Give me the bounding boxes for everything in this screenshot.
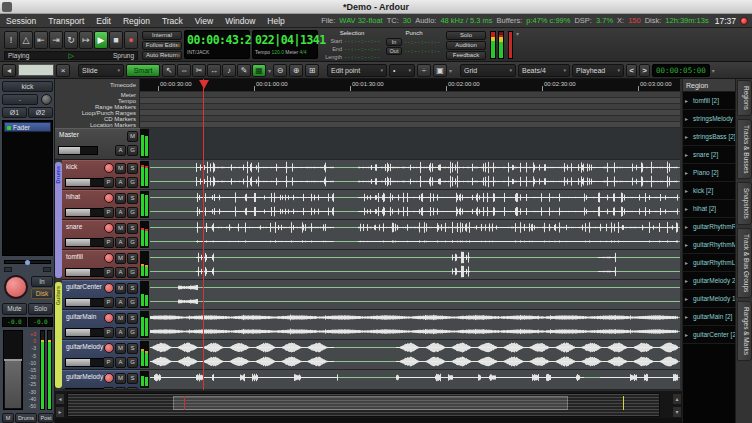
expand-triangle-icon[interactable]: ▸ [685, 308, 688, 326]
expand-triangle-icon[interactable]: ▸ [685, 236, 688, 254]
group-button[interactable]: Drums [15, 413, 37, 423]
track-header-guitarcenter[interactable]: guitarCenterMSPAG [62, 280, 140, 310]
mixer-input-button[interactable]: - [2, 94, 38, 105]
playhead-marker[interactable] [199, 80, 209, 89]
region-item-guitarmain-2[interactable]: ▸guitarMain [2] [683, 308, 735, 326]
p-button[interactable]: P [103, 237, 114, 248]
fader-handle[interactable] [4, 359, 22, 361]
phase-2-button[interactable]: Ø2 [28, 107, 53, 118]
track-fader[interactable] [65, 358, 105, 367]
expand-triangle-icon[interactable]: ▸ [685, 290, 688, 308]
track-fader[interactable] [65, 268, 105, 277]
edit-group-select[interactable]: •▾ [389, 64, 415, 77]
record-indicator-icon[interactable] [740, 17, 748, 25]
region-item-hihat-2[interactable]: ▸hihat [2] [683, 200, 735, 218]
g-button[interactable]: G [127, 297, 138, 308]
region-item-guitarmelody-1-2[interactable]: ▸guitarMelody 1 [2] [683, 290, 735, 308]
menu-region[interactable]: Region [117, 14, 156, 28]
midi-button[interactable]: M [2, 413, 14, 423]
summary-scroll-left-button[interactable]: ◂ [55, 393, 65, 405]
record-enable-button[interactable] [104, 313, 114, 323]
record-enable-button[interactable] [104, 193, 114, 203]
edit-point-select[interactable]: Edit point▾ [327, 64, 387, 77]
tab-ranges-marks[interactable]: Ranges & Marks [737, 301, 752, 361]
a-button[interactable]: A [115, 357, 126, 368]
record-enable-button[interactable] [104, 223, 114, 233]
tool-caret[interactable]: ▾ [268, 67, 271, 74]
summary-scroll-right-button[interactable]: ▸ [55, 406, 65, 418]
expand-triangle-icon[interactable]: ▸ [685, 128, 688, 146]
zoom-in-button[interactable]: ⊕ [289, 64, 303, 77]
m-button[interactable]: M [115, 223, 126, 234]
pan-handle[interactable] [25, 260, 30, 265]
expand-triangle-icon[interactable]: ▸ [685, 164, 688, 182]
expand-triangle-icon[interactable]: ▸ [685, 200, 688, 218]
expand-triangle-icon[interactable]: ▸ [685, 272, 688, 290]
follow-edits-button[interactable]: Follow Edits [142, 41, 182, 50]
record-enable-button[interactable] [104, 373, 114, 383]
s-button[interactable]: S [127, 313, 138, 324]
summary-viewport[interactable] [173, 396, 568, 410]
menu-transport[interactable]: Transport [42, 14, 90, 28]
solo-button[interactable]: Solo [28, 303, 53, 315]
m-button[interactable]: M [115, 163, 126, 174]
gain-fader[interactable] [3, 330, 23, 410]
region-item-guitarrhythmleft-2[interactable]: ▸guitarRhythmLeft [2] [683, 254, 735, 272]
grid-type-select[interactable]: Beats/4▾ [518, 64, 570, 77]
track-header-tomfill[interactable]: tomfillMSPAG [62, 250, 140, 280]
p-button[interactable]: P [103, 297, 114, 308]
p-button[interactable]: P [103, 177, 114, 188]
expand-triangle-icon[interactable]: ▸ [685, 218, 688, 236]
g-button[interactable]: G [127, 237, 138, 248]
peak-display[interactable]: -0.0 [28, 317, 53, 327]
play-range-button[interactable]: ↦ [79, 31, 93, 49]
a-button[interactable]: A [115, 237, 126, 248]
s-button[interactable]: S [127, 163, 138, 174]
nudge-caret[interactable]: ▾ [712, 67, 715, 74]
track-header-guitarmelody-2[interactable]: guitarMelody 2MSPAG [62, 370, 140, 390]
close-mixer-button[interactable]: × [56, 64, 70, 77]
p-button[interactable]: P [103, 267, 114, 278]
g-button[interactable]: G [127, 267, 138, 278]
a-button[interactable]: A [115, 267, 126, 278]
region-item-guitarmelody-2-2[interactable]: ▸guitarMelody 2 [2] [683, 272, 735, 290]
punch-in-value[interactable]: --:--:--:-- [404, 38, 440, 46]
region-item-guitarrhythmright-2[interactable]: ▸guitarRhythmRight [2] [683, 218, 735, 236]
phase-1-button[interactable]: Ø1 [2, 107, 27, 118]
punch-out-value[interactable]: --:--:--:-- [404, 47, 440, 55]
group-strip-drums[interactable]: Drums [55, 162, 62, 278]
nudge-forward-button[interactable]: > [639, 64, 650, 77]
expand-triangle-icon[interactable]: ▸ [685, 326, 688, 344]
s-button[interactable]: S [127, 283, 138, 294]
expand-triangle-icon[interactable]: ▸ [685, 92, 688, 110]
a-button[interactable]: A [115, 145, 126, 156]
secondary-clock[interactable]: 022|04|1341 Tempo 120.0 Meter 4/4 [252, 30, 318, 59]
m-button[interactable]: M [115, 283, 126, 294]
s-button[interactable]: S [127, 253, 138, 264]
grid-mode-select[interactable]: Grid▾ [460, 64, 516, 77]
menu-help[interactable]: Help [261, 14, 290, 28]
track-header-hihat[interactable]: hihatMSPAG [62, 190, 140, 220]
selection-end-value[interactable]: --:--:--:-- [344, 46, 380, 52]
punch-in-button[interactable]: In [386, 38, 402, 46]
record-enable-button[interactable] [104, 163, 114, 173]
g-button[interactable]: G [127, 327, 138, 338]
summary-zoom-out-button[interactable]: ▾ [672, 406, 682, 418]
a-button[interactable]: A [115, 177, 126, 188]
track-header-guitarmain[interactable]: guitarMainMSPAG [62, 310, 140, 340]
track-name-entry[interactable] [18, 64, 54, 76]
track-fader[interactable] [65, 178, 105, 187]
edit-mode-select[interactable]: Slide▾ [78, 64, 124, 77]
expand-triangle-icon[interactable]: ▸ [685, 182, 688, 200]
primary-clock[interactable]: 00:00:43:25 INT/JACK [184, 30, 250, 59]
record-enable-button[interactable] [104, 283, 114, 293]
record-enable-button[interactable] [104, 253, 114, 263]
record-enable-button[interactable] [104, 343, 114, 353]
solo-button[interactable]: Solo [446, 31, 486, 40]
midi-panic-button[interactable]: ! [4, 31, 18, 49]
go-to-start-button[interactable]: ⇤ [34, 31, 48, 49]
track-header-master[interactable]: MasterMAG [55, 128, 140, 160]
region-item-kick-2[interactable]: ▸kick [2] [683, 182, 735, 200]
region-item-stringsmelody-2[interactable]: ▸stringsMelody [2] [683, 110, 735, 128]
nudge-mode-button[interactable]: ÷ [417, 64, 431, 77]
